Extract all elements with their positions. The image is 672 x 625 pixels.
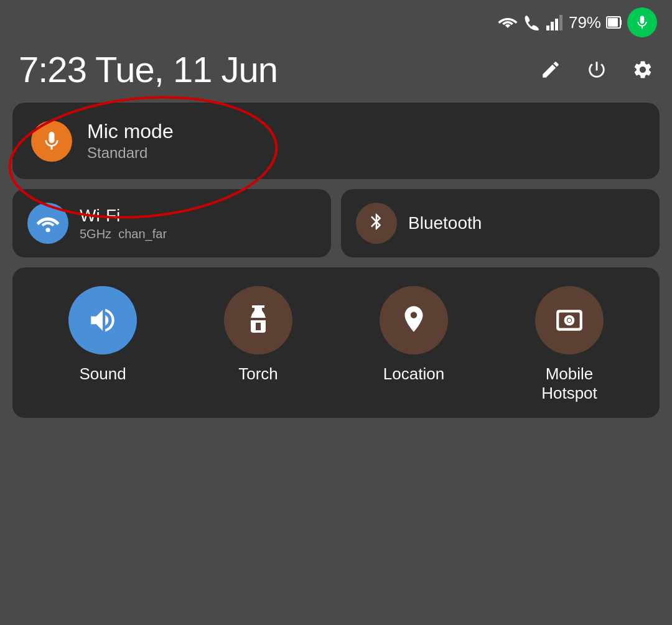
status-bar: 79% — [0, 0, 672, 42]
svg-rect-0 — [546, 25, 549, 30]
sound-label: Sound — [79, 364, 126, 384]
time: 7:23 — [19, 49, 86, 90]
bluetooth-tile[interactable]: Bluetooth — [341, 189, 660, 257]
mic-mode-subtitle: Standard — [87, 144, 174, 162]
mic-mode-container: Mic mode Standard — [12, 103, 660, 179]
datetime: 7:23 Tue, 11 Jun — [19, 49, 278, 90]
hotspot-icon-bg — [535, 286, 604, 354]
settings-button[interactable] — [632, 59, 653, 80]
mic-status-icon — [634, 14, 650, 30]
call-status-icon — [523, 14, 541, 30]
quick-row: Wi-Fi 5GHz chan_far Bluetooth — [12, 189, 660, 257]
wifi-tile[interactable]: Wi-Fi 5GHz chan_far — [12, 189, 331, 257]
signal-icon — [546, 14, 564, 30]
location-action[interactable]: Location — [380, 286, 448, 384]
content: Mic mode Standard Wi-Fi 5GHz chan_far — [0, 103, 672, 418]
battery-text: 79% — [569, 13, 601, 32]
sound-action[interactable]: Sound — [68, 286, 137, 384]
date: Tue, 11 Jun — [95, 49, 278, 90]
bluetooth-tile-icon — [356, 203, 397, 244]
bluetooth-tile-text: Bluetooth — [408, 213, 482, 233]
wifi-label: Wi-Fi — [80, 206, 167, 226]
quick-actions: Sound Torch Location — [25, 286, 647, 403]
hotspot-action[interactable]: MobileHotspot — [535, 286, 604, 403]
mic-active-indicator — [627, 7, 657, 37]
svg-rect-6 — [608, 18, 618, 27]
torch-label: Torch — [238, 364, 278, 384]
torch-icon-bg — [224, 286, 292, 354]
location-label: Location — [383, 364, 444, 384]
mic-mode-text: Mic mode Standard — [87, 120, 174, 162]
svg-rect-3 — [559, 15, 562, 30]
torch-action[interactable]: Torch — [224, 286, 292, 384]
bluetooth-label: Bluetooth — [408, 213, 482, 233]
svg-rect-1 — [551, 22, 554, 30]
svg-rect-2 — [555, 19, 558, 30]
power-button[interactable] — [586, 59, 607, 80]
battery-icon — [606, 15, 622, 30]
hotspot-label: MobileHotspot — [541, 364, 597, 403]
mic-mode-icon — [31, 121, 72, 162]
wifi-tile-text: Wi-Fi 5GHz chan_far — [80, 206, 167, 241]
svg-point-8 — [45, 228, 50, 232]
svg-rect-5 — [620, 20, 622, 25]
bottom-panel: Sound Torch Location — [12, 267, 660, 418]
edit-button[interactable] — [540, 59, 561, 80]
wifi-status-icon — [498, 14, 518, 30]
header-icons — [540, 59, 653, 80]
wifi-tile-icon — [27, 203, 68, 244]
location-icon-bg — [380, 286, 448, 354]
mic-mode-title: Mic mode — [87, 120, 174, 143]
sound-icon-bg — [68, 286, 137, 354]
header: 7:23 Tue, 11 Jun — [0, 42, 672, 103]
wifi-detail: 5GHz chan_far — [80, 227, 167, 241]
mic-mode-tile[interactable]: Mic mode Standard — [12, 103, 660, 179]
status-icons: 79% — [498, 7, 657, 37]
